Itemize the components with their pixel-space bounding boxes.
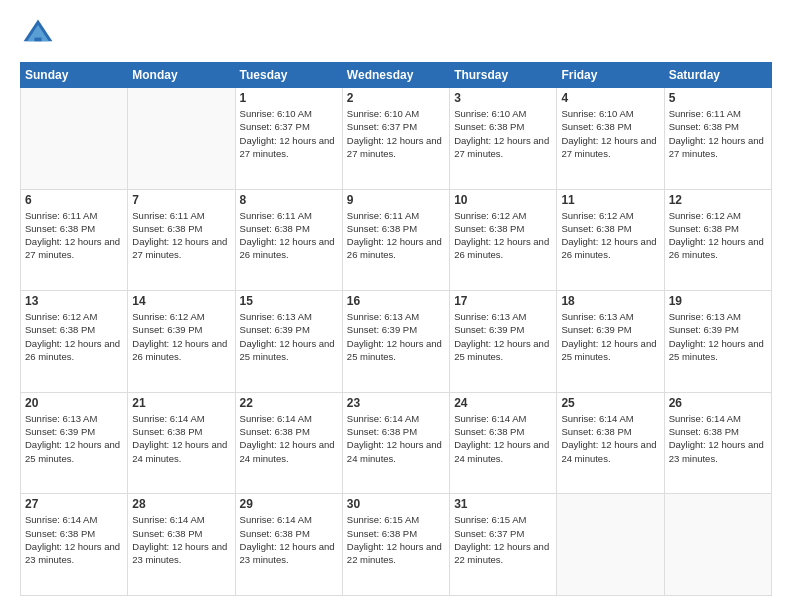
calendar-cell: 6Sunrise: 6:11 AM Sunset: 6:38 PM Daylig…: [21, 189, 128, 291]
day-number: 31: [454, 497, 552, 511]
day-number: 3: [454, 91, 552, 105]
day-number: 29: [240, 497, 338, 511]
day-number: 28: [132, 497, 230, 511]
day-number: 4: [561, 91, 659, 105]
week-row-2: 13Sunrise: 6:12 AM Sunset: 6:38 PM Dayli…: [21, 291, 772, 393]
day-info: Sunrise: 6:12 AM Sunset: 6:39 PM Dayligh…: [132, 310, 230, 363]
logo-icon: [20, 16, 56, 52]
day-number: 20: [25, 396, 123, 410]
day-info: Sunrise: 6:11 AM Sunset: 6:38 PM Dayligh…: [347, 209, 445, 262]
day-number: 7: [132, 193, 230, 207]
day-number: 8: [240, 193, 338, 207]
calendar-cell: 27Sunrise: 6:14 AM Sunset: 6:38 PM Dayli…: [21, 494, 128, 596]
weekday-header-thursday: Thursday: [450, 63, 557, 88]
calendar-cell: 8Sunrise: 6:11 AM Sunset: 6:38 PM Daylig…: [235, 189, 342, 291]
calendar-cell: 9Sunrise: 6:11 AM Sunset: 6:38 PM Daylig…: [342, 189, 449, 291]
day-number: 17: [454, 294, 552, 308]
day-info: Sunrise: 6:14 AM Sunset: 6:38 PM Dayligh…: [240, 513, 338, 566]
weekday-header-row: SundayMondayTuesdayWednesdayThursdayFrid…: [21, 63, 772, 88]
day-number: 1: [240, 91, 338, 105]
calendar-cell: 3Sunrise: 6:10 AM Sunset: 6:38 PM Daylig…: [450, 88, 557, 190]
calendar-table: SundayMondayTuesdayWednesdayThursdayFrid…: [20, 62, 772, 596]
day-info: Sunrise: 6:15 AM Sunset: 6:37 PM Dayligh…: [454, 513, 552, 566]
day-info: Sunrise: 6:11 AM Sunset: 6:38 PM Dayligh…: [132, 209, 230, 262]
calendar-cell: 4Sunrise: 6:10 AM Sunset: 6:38 PM Daylig…: [557, 88, 664, 190]
day-info: Sunrise: 6:13 AM Sunset: 6:39 PM Dayligh…: [347, 310, 445, 363]
day-info: Sunrise: 6:14 AM Sunset: 6:38 PM Dayligh…: [561, 412, 659, 465]
day-number: 6: [25, 193, 123, 207]
weekday-header-saturday: Saturday: [664, 63, 771, 88]
day-info: Sunrise: 6:12 AM Sunset: 6:38 PM Dayligh…: [561, 209, 659, 262]
day-info: Sunrise: 6:13 AM Sunset: 6:39 PM Dayligh…: [240, 310, 338, 363]
calendar-cell: 16Sunrise: 6:13 AM Sunset: 6:39 PM Dayli…: [342, 291, 449, 393]
day-info: Sunrise: 6:14 AM Sunset: 6:38 PM Dayligh…: [669, 412, 767, 465]
weekday-header-wednesday: Wednesday: [342, 63, 449, 88]
day-number: 22: [240, 396, 338, 410]
day-number: 14: [132, 294, 230, 308]
day-number: 25: [561, 396, 659, 410]
svg-rect-2: [34, 38, 41, 42]
calendar-cell: 5Sunrise: 6:11 AM Sunset: 6:38 PM Daylig…: [664, 88, 771, 190]
day-info: Sunrise: 6:11 AM Sunset: 6:38 PM Dayligh…: [25, 209, 123, 262]
calendar-cell: 18Sunrise: 6:13 AM Sunset: 6:39 PM Dayli…: [557, 291, 664, 393]
day-info: Sunrise: 6:14 AM Sunset: 6:38 PM Dayligh…: [25, 513, 123, 566]
day-info: Sunrise: 6:12 AM Sunset: 6:38 PM Dayligh…: [25, 310, 123, 363]
calendar-cell: 10Sunrise: 6:12 AM Sunset: 6:38 PM Dayli…: [450, 189, 557, 291]
calendar-cell: [21, 88, 128, 190]
day-number: 13: [25, 294, 123, 308]
day-number: 5: [669, 91, 767, 105]
day-info: Sunrise: 6:14 AM Sunset: 6:38 PM Dayligh…: [132, 412, 230, 465]
calendar-cell: 11Sunrise: 6:12 AM Sunset: 6:38 PM Dayli…: [557, 189, 664, 291]
calendar-cell: 20Sunrise: 6:13 AM Sunset: 6:39 PM Dayli…: [21, 392, 128, 494]
calendar-cell: 14Sunrise: 6:12 AM Sunset: 6:39 PM Dayli…: [128, 291, 235, 393]
calendar-cell: 31Sunrise: 6:15 AM Sunset: 6:37 PM Dayli…: [450, 494, 557, 596]
weekday-header-tuesday: Tuesday: [235, 63, 342, 88]
day-info: Sunrise: 6:13 AM Sunset: 6:39 PM Dayligh…: [561, 310, 659, 363]
logo: [20, 16, 60, 52]
calendar-cell: 2Sunrise: 6:10 AM Sunset: 6:37 PM Daylig…: [342, 88, 449, 190]
calendar-cell: 29Sunrise: 6:14 AM Sunset: 6:38 PM Dayli…: [235, 494, 342, 596]
week-row-3: 20Sunrise: 6:13 AM Sunset: 6:39 PM Dayli…: [21, 392, 772, 494]
day-info: Sunrise: 6:14 AM Sunset: 6:38 PM Dayligh…: [132, 513, 230, 566]
day-info: Sunrise: 6:10 AM Sunset: 6:37 PM Dayligh…: [240, 107, 338, 160]
weekday-header-friday: Friday: [557, 63, 664, 88]
day-info: Sunrise: 6:11 AM Sunset: 6:38 PM Dayligh…: [240, 209, 338, 262]
calendar-cell: 22Sunrise: 6:14 AM Sunset: 6:38 PM Dayli…: [235, 392, 342, 494]
weekday-header-sunday: Sunday: [21, 63, 128, 88]
day-info: Sunrise: 6:15 AM Sunset: 6:38 PM Dayligh…: [347, 513, 445, 566]
header: [20, 16, 772, 52]
calendar-cell: 15Sunrise: 6:13 AM Sunset: 6:39 PM Dayli…: [235, 291, 342, 393]
week-row-0: 1Sunrise: 6:10 AM Sunset: 6:37 PM Daylig…: [21, 88, 772, 190]
calendar-cell: [557, 494, 664, 596]
day-info: Sunrise: 6:14 AM Sunset: 6:38 PM Dayligh…: [454, 412, 552, 465]
calendar-cell: 21Sunrise: 6:14 AM Sunset: 6:38 PM Dayli…: [128, 392, 235, 494]
calendar-cell: 13Sunrise: 6:12 AM Sunset: 6:38 PM Dayli…: [21, 291, 128, 393]
calendar-cell: 26Sunrise: 6:14 AM Sunset: 6:38 PM Dayli…: [664, 392, 771, 494]
day-number: 2: [347, 91, 445, 105]
day-number: 10: [454, 193, 552, 207]
calendar-cell: 7Sunrise: 6:11 AM Sunset: 6:38 PM Daylig…: [128, 189, 235, 291]
calendar-cell: [128, 88, 235, 190]
day-info: Sunrise: 6:13 AM Sunset: 6:39 PM Dayligh…: [25, 412, 123, 465]
day-info: Sunrise: 6:11 AM Sunset: 6:38 PM Dayligh…: [669, 107, 767, 160]
day-number: 21: [132, 396, 230, 410]
week-row-1: 6Sunrise: 6:11 AM Sunset: 6:38 PM Daylig…: [21, 189, 772, 291]
calendar-cell: 1Sunrise: 6:10 AM Sunset: 6:37 PM Daylig…: [235, 88, 342, 190]
day-info: Sunrise: 6:14 AM Sunset: 6:38 PM Dayligh…: [347, 412, 445, 465]
day-number: 9: [347, 193, 445, 207]
day-info: Sunrise: 6:12 AM Sunset: 6:38 PM Dayligh…: [454, 209, 552, 262]
day-info: Sunrise: 6:10 AM Sunset: 6:38 PM Dayligh…: [561, 107, 659, 160]
day-info: Sunrise: 6:10 AM Sunset: 6:37 PM Dayligh…: [347, 107, 445, 160]
calendar-cell: 30Sunrise: 6:15 AM Sunset: 6:38 PM Dayli…: [342, 494, 449, 596]
day-number: 11: [561, 193, 659, 207]
calendar-cell: 23Sunrise: 6:14 AM Sunset: 6:38 PM Dayli…: [342, 392, 449, 494]
calendar-cell: [664, 494, 771, 596]
calendar-cell: 19Sunrise: 6:13 AM Sunset: 6:39 PM Dayli…: [664, 291, 771, 393]
day-number: 16: [347, 294, 445, 308]
calendar-cell: 17Sunrise: 6:13 AM Sunset: 6:39 PM Dayli…: [450, 291, 557, 393]
calendar-cell: 28Sunrise: 6:14 AM Sunset: 6:38 PM Dayli…: [128, 494, 235, 596]
calendar-cell: 12Sunrise: 6:12 AM Sunset: 6:38 PM Dayli…: [664, 189, 771, 291]
day-info: Sunrise: 6:13 AM Sunset: 6:39 PM Dayligh…: [669, 310, 767, 363]
day-number: 23: [347, 396, 445, 410]
day-number: 15: [240, 294, 338, 308]
